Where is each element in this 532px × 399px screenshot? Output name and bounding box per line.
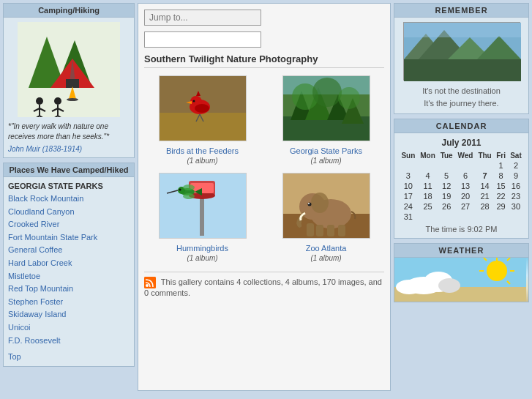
cal-day: 27 bbox=[455, 201, 476, 212]
cal-day: 13 bbox=[455, 181, 476, 191]
gallery-thumb-link-parks[interactable] bbox=[282, 136, 370, 146]
svg-point-87 bbox=[396, 280, 422, 294]
remember-title: REMEMBER bbox=[394, 4, 528, 18]
svg-point-52 bbox=[183, 193, 195, 199]
gallery-label-zoo[interactable]: Zoo Atlanta bbox=[268, 244, 384, 253]
svg-point-77 bbox=[487, 261, 507, 281]
cal-day bbox=[418, 160, 438, 171]
gallery-thumb-link-birds[interactable] bbox=[159, 136, 247, 146]
gallery-thumb-link-hummingbirds[interactable] bbox=[159, 234, 247, 244]
svg-point-29 bbox=[192, 100, 195, 102]
cal-header-thu: Thu bbox=[476, 151, 494, 160]
gallery-item-birds: Birds at the Feeders (1 album) bbox=[144, 75, 261, 165]
camping-widget: Camping/Hiking bbox=[3, 3, 135, 158]
cal-day: 20 bbox=[455, 191, 476, 201]
park-link[interactable]: Skidaway Island bbox=[8, 308, 130, 321]
camping-illustration bbox=[18, 22, 120, 117]
cal-header-fri: Fri bbox=[494, 151, 508, 160]
cal-day: 9 bbox=[508, 171, 524, 181]
cal-day: 19 bbox=[438, 191, 455, 201]
park-link[interactable]: Fort Mountain State Park bbox=[8, 231, 130, 245]
park-link[interactable]: Hard Labor Creek bbox=[8, 257, 130, 270]
gallery-thumb-hummingbird bbox=[159, 173, 247, 239]
cal-day: 7 bbox=[476, 171, 494, 181]
right-sidebar: REMEMBER bbox=[394, 3, 529, 391]
svg-point-67 bbox=[146, 284, 149, 287]
parks-list: Black Rock Mountain Cloudland Canyon Cro… bbox=[8, 193, 130, 347]
cal-day bbox=[476, 212, 494, 222]
cal-header-tue: Tue bbox=[438, 151, 455, 160]
svg-rect-75 bbox=[404, 23, 521, 37]
cal-day: 31 bbox=[399, 212, 418, 222]
main-content: Southern Twilight Nature Photography bbox=[138, 3, 391, 391]
cal-header-wed: Wed bbox=[455, 151, 476, 160]
calendar-table: Sun Mon Tue Wed Thu Fri Sat 123456789101… bbox=[399, 151, 524, 222]
gallery-item-zoo: Zoo Atlanta (1 album) bbox=[268, 173, 384, 263]
park-link[interactable]: General Coffee bbox=[8, 244, 130, 257]
cal-day: 4 bbox=[418, 171, 438, 181]
svg-point-10 bbox=[67, 98, 78, 101]
svg-point-54 bbox=[179, 189, 181, 191]
gallery-label-birds[interactable]: Birds at the Feeders bbox=[144, 146, 261, 155]
cal-day bbox=[455, 160, 476, 171]
remember-line1: It's not the destination bbox=[422, 86, 501, 95]
cal-day: 3 bbox=[399, 171, 418, 181]
weather-title: WEATHER bbox=[394, 244, 528, 258]
cal-header-mon: Mon bbox=[418, 151, 438, 160]
gallery-footer-text: This gallery contains 4 collections, 4 a… bbox=[144, 277, 382, 297]
cal-day: 22 bbox=[494, 191, 508, 201]
gallery-thumb-link-zoo[interactable] bbox=[282, 234, 370, 244]
gallery-thumb-zoo bbox=[282, 173, 370, 239]
park-link[interactable]: Black Rock Mountain bbox=[8, 193, 130, 206]
cal-day bbox=[455, 212, 476, 222]
camping-title: Camping/Hiking bbox=[4, 4, 134, 18]
search-input[interactable] bbox=[144, 31, 261, 48]
svg-rect-74 bbox=[404, 59, 521, 81]
calendar-title: CALENDAR bbox=[394, 119, 528, 133]
weather-image bbox=[394, 258, 528, 302]
park-link[interactable]: Stephen Foster bbox=[8, 296, 130, 309]
cal-day bbox=[438, 212, 455, 222]
cal-day: 15 bbox=[494, 181, 508, 191]
gallery-label-parks[interactable]: Georgia State Parks bbox=[268, 146, 384, 155]
svg-rect-24 bbox=[160, 113, 247, 141]
left-sidebar: Camping/Hiking bbox=[3, 3, 135, 391]
svg-point-59 bbox=[311, 193, 329, 213]
cal-day: 21 bbox=[476, 191, 494, 201]
park-link[interactable]: Crooked River bbox=[8, 218, 130, 231]
cal-day: 25 bbox=[418, 201, 438, 212]
cal-day: 5 bbox=[438, 171, 455, 181]
svg-point-88 bbox=[438, 278, 460, 293]
svg-point-60 bbox=[307, 203, 311, 206]
park-link[interactable]: F.D. Roosevelt bbox=[8, 335, 130, 348]
jump-input[interactable] bbox=[144, 10, 261, 26]
svg-point-42 bbox=[338, 87, 360, 109]
gallery-thumb-birds bbox=[159, 75, 247, 141]
cal-day: 26 bbox=[438, 201, 455, 212]
cal-day: 16 bbox=[508, 181, 524, 191]
svg-rect-64 bbox=[338, 225, 345, 236]
park-link[interactable]: Cloudland Canyon bbox=[8, 206, 130, 219]
quote-text: *"In every walk with nature one receives… bbox=[8, 122, 130, 142]
cal-day: 14 bbox=[476, 181, 494, 191]
gallery-item-hummingbirds: Hummingbirds (1 album) bbox=[144, 173, 261, 263]
svg-point-17 bbox=[54, 97, 61, 105]
svg-point-61 bbox=[308, 203, 310, 204]
places-widget: Places We Have Camped/Hiked GEORGIA STAT… bbox=[3, 163, 135, 367]
quote-author[interactable]: John Muir (1838-1914) bbox=[8, 145, 130, 153]
park-link[interactable]: Red Top Mountain bbox=[8, 283, 130, 296]
svg-rect-62 bbox=[316, 225, 323, 236]
cal-day: 30 bbox=[508, 201, 524, 212]
cal-day: 6 bbox=[455, 171, 476, 181]
park-link[interactable]: Mistletoe bbox=[8, 270, 130, 283]
cal-header-sat: Sat bbox=[508, 151, 524, 160]
gallery-label-hummingbirds[interactable]: Hummingbirds bbox=[144, 244, 261, 253]
remember-photo bbox=[403, 22, 520, 81]
gallery-sub-zoo: (1 album) bbox=[310, 254, 341, 262]
park-link[interactable]: Unicoi bbox=[8, 321, 130, 335]
cal-day bbox=[418, 212, 438, 222]
cal-day: 8 bbox=[494, 171, 508, 181]
gallery-sub-birds: (1 album) bbox=[187, 157, 217, 165]
gallery-thumb-parks bbox=[282, 75, 370, 141]
top-link[interactable]: Top bbox=[8, 352, 21, 361]
